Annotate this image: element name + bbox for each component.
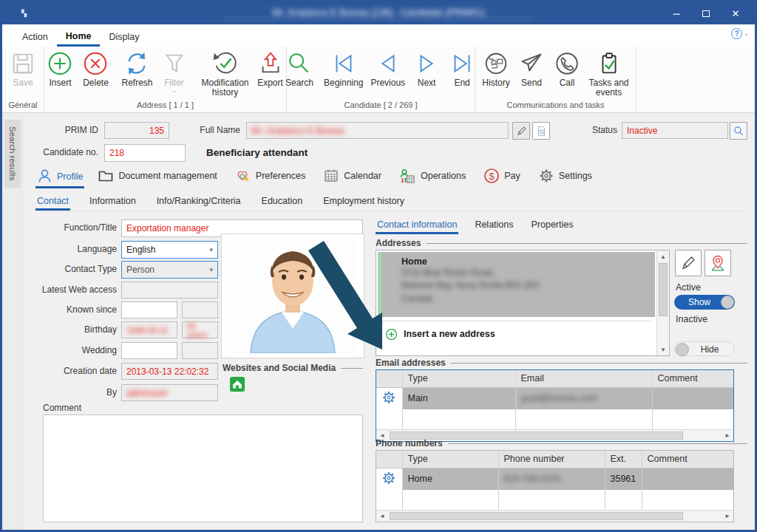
- birthday-label: Birthday: [28, 321, 117, 338]
- prim-id-field[interactable]: 135: [104, 122, 169, 139]
- map-pin-icon: [709, 254, 727, 272]
- heart-star-icon: [235, 168, 251, 184]
- address-line2: Mahone Bay, Nova Scotia B0J 2E0: [401, 279, 540, 292]
- name-preview-button[interactable]: [532, 122, 550, 140]
- menu-display[interactable]: Display: [100, 27, 148, 47]
- scroll-down-icon: ▼: [657, 344, 669, 355]
- address-item-home[interactable]: Home 3710 Blue Rocks Road, Mahone Bay, N…: [378, 252, 655, 317]
- websites-section: Websites and Social Media: [223, 363, 363, 373]
- active-show-toggle[interactable]: Show: [674, 295, 735, 310]
- email-address-cell: grad@bureau.com: [515, 387, 652, 409]
- content-area: Search results PRIM ID 135 Full Name Mr.…: [2, 114, 755, 530]
- subtab-info-ranking-criteria[interactable]: Info/Ranking/Criteria: [155, 194, 242, 211]
- ribbon-group-label: Candidate [ 2 / 269 ]: [287, 100, 475, 112]
- tab-relations[interactable]: Relations: [473, 217, 515, 234]
- wedding-extra-field[interactable]: [182, 342, 218, 359]
- phone-icon: [553, 50, 581, 78]
- subtab-contact[interactable]: Contact: [35, 194, 70, 211]
- tab-contact-information[interactable]: Contact information: [376, 217, 458, 234]
- filter-button[interactable]: Filter ⌄: [157, 49, 192, 93]
- inactive-hide-toggle[interactable]: Hide: [674, 341, 735, 356]
- subtab-information[interactable]: Information: [88, 194, 138, 211]
- modification-history-button[interactable]: Modification history: [198, 49, 253, 99]
- language-dropdown[interactable]: English▾: [121, 241, 218, 259]
- refresh-button[interactable]: Refresh: [118, 49, 156, 89]
- tab-pay[interactable]: $ Pay: [482, 166, 522, 188]
- tab-properties[interactable]: Properties: [530, 217, 575, 234]
- known-since-extra-field[interactable]: [182, 301, 218, 318]
- ribbon-group-label: Address [ 1 / 1 ]: [44, 100, 286, 112]
- wedding-field[interactable]: [121, 342, 177, 359]
- tasks-and-events-button[interactable]: Tasks and events: [585, 49, 633, 99]
- candidate-no-field[interactable]: 218: [104, 144, 186, 162]
- wedding-label: Wedding: [28, 342, 117, 358]
- edit-name-button[interactable]: [512, 122, 530, 140]
- save-button[interactable]: Save: [5, 49, 41, 89]
- help-icon: ?: [731, 28, 742, 39]
- calendar-icon: [323, 168, 339, 184]
- history-button[interactable]: History: [478, 49, 514, 89]
- close-button[interactable]: ✕: [721, 2, 750, 24]
- tab-calendar[interactable]: Calendar: [322, 166, 383, 188]
- candidate-no-label: Candidate no.: [17, 144, 98, 160]
- active-label: Active: [676, 282, 701, 293]
- call-button[interactable]: Call: [549, 49, 585, 89]
- help-button[interactable]: ? ⌄: [731, 28, 749, 39]
- tab-settings[interactable]: Settings: [537, 166, 594, 188]
- phone-row[interactable]: Home 624-786-0231 35961: [376, 468, 733, 490]
- candidate-photo: [221, 233, 364, 358]
- tasks-clipboard-icon: [595, 50, 623, 78]
- status-field[interactable]: Inactive: [622, 122, 728, 139]
- beginning-button[interactable]: Beginning: [320, 49, 367, 89]
- edit-address-button[interactable]: [675, 250, 702, 276]
- phone-table-hscrollbar[interactable]: ◄ ►: [376, 510, 733, 522]
- export-icon: [257, 50, 285, 78]
- subtab-education[interactable]: Education: [260, 194, 305, 211]
- tab-operations[interactable]: Operations: [398, 166, 467, 188]
- scroll-up-icon: ▲: [657, 250, 669, 262]
- phone-row-gear-button[interactable]: [376, 468, 402, 490]
- toggle-knob: [676, 343, 689, 356]
- known-since-field[interactable]: [121, 301, 177, 318]
- age-field[interactable]: 62 years: [182, 321, 218, 338]
- maximize-button[interactable]: [691, 2, 721, 24]
- minimize-button[interactable]: ─: [662, 2, 691, 24]
- creation-date-field[interactable]: 2013-03-13 22:02:32: [121, 363, 218, 380]
- status-search-button[interactable]: [730, 122, 747, 140]
- search-button[interactable]: Search: [282, 49, 317, 89]
- refresh-icon: [123, 50, 151, 78]
- next-button[interactable]: Next: [409, 49, 444, 89]
- address-scrollbar[interactable]: ▲ ▼: [656, 250, 669, 355]
- previous-button[interactable]: Previous: [367, 49, 409, 89]
- menu-action[interactable]: Action: [13, 27, 57, 47]
- chevron-down-icon: ▾: [209, 266, 213, 273]
- contact-type-dropdown[interactable]: Person▾: [121, 261, 218, 279]
- email-row-gear-button[interactable]: [376, 387, 402, 409]
- scroll-right-icon: ►: [722, 510, 733, 522]
- phone-table: Type Phone number Ext. Comment Home 624-…: [376, 450, 734, 522]
- svg-text:$: $: [489, 171, 495, 182]
- insert-new-address-button[interactable]: Insert a new address: [378, 323, 655, 345]
- by-field[interactable]: adminuser: [121, 384, 218, 401]
- document-search-icon: [536, 126, 547, 137]
- tab-preferences[interactable]: Preferences: [234, 166, 307, 188]
- email-row[interactable]: Main grad@bureau.com: [376, 387, 733, 409]
- tab-profile[interactable]: Profile: [35, 166, 84, 188]
- insert-button[interactable]: Insert: [42, 49, 78, 89]
- end-button[interactable]: End: [444, 49, 480, 89]
- send-button[interactable]: Send: [514, 49, 549, 89]
- map-address-button[interactable]: [705, 250, 731, 276]
- latest-web-access-field[interactable]: [121, 282, 218, 299]
- status-label: Status: [566, 122, 617, 138]
- website-home-button[interactable]: [230, 377, 245, 392]
- full-name-field[interactable]: Mr. Gradanco E Bureau: [246, 122, 509, 139]
- comment-textarea[interactable]: [43, 415, 363, 522]
- tab-document-management[interactable]: Document management: [96, 166, 218, 188]
- birthday-field[interactable]: 1948-03-31: [121, 321, 177, 338]
- subtab-employment-history[interactable]: Employment history: [322, 194, 406, 211]
- insert-plus-icon: [46, 50, 74, 78]
- delete-button[interactable]: Delete: [78, 49, 113, 89]
- menu-home[interactable]: Home: [57, 27, 101, 47]
- app-icon: ▚: [21, 10, 28, 17]
- address-listbox: Home 3710 Blue Rocks Road, Mahone Bay, N…: [376, 250, 670, 356]
